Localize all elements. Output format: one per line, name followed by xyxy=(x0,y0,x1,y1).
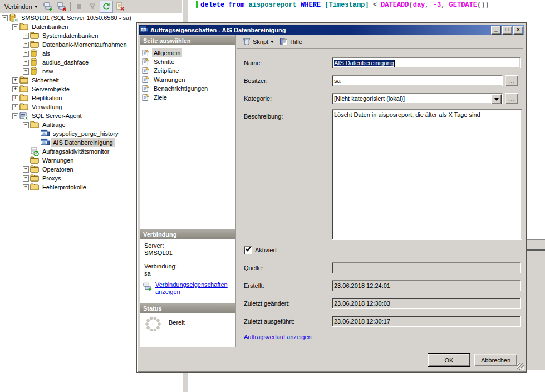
expand-icon[interactable]: + xyxy=(23,68,29,75)
owner-browse-button[interactable]: ... xyxy=(505,75,518,86)
nav-item-allgemein[interactable]: Allgemein xyxy=(140,48,235,57)
close-button[interactable]: × xyxy=(513,26,523,35)
sql-token: ( xyxy=(409,1,413,9)
delete-script-icon[interactable] xyxy=(114,1,126,12)
collapse-icon[interactable]: − xyxy=(12,24,18,30)
nav-item-benachrichtigungen[interactable]: Benachrichtigungen xyxy=(140,84,235,93)
agent-icon xyxy=(19,111,29,120)
help-button-label: Hilfe xyxy=(290,38,302,45)
collapse-icon[interactable]: − xyxy=(2,15,8,21)
nav-item-warnungen[interactable]: Warnungen xyxy=(140,75,235,84)
executed-label: Zuletzt ausgeführt: xyxy=(244,318,294,325)
category-selected-value: [Nicht kategorisiert (lokal)] xyxy=(334,95,405,102)
combo-dropdown-button[interactable] xyxy=(491,94,502,104)
connection-properties-link[interactable]: Verbindungseigenschaften anzeigen xyxy=(155,281,232,296)
minimize-button[interactable]: _ xyxy=(491,26,501,35)
dialog-toolbar: Skript Hilfe xyxy=(237,35,523,49)
script-button[interactable]: Skript xyxy=(240,37,276,47)
sql-token: , xyxy=(441,1,449,9)
object-explorer-toolbar: Verbinden xyxy=(0,0,182,13)
job-history-link[interactable]: Auftragsverlauf anzeigen xyxy=(244,334,312,340)
sql-token: < xyxy=(373,1,381,9)
job-properties-dialog: Auftragseigenschaften - AIS Datenbereini… xyxy=(136,22,527,373)
refresh-icon[interactable] xyxy=(100,1,113,13)
owner-label: Besitzer: xyxy=(244,77,268,84)
nav-item-label: Ziele xyxy=(152,93,169,102)
folder-icon xyxy=(19,22,29,31)
category-browse-button[interactable]: ... xyxy=(505,93,518,104)
expand-icon[interactable]: + xyxy=(12,86,18,92)
help-book-icon xyxy=(279,37,288,46)
sql-token: delete from xyxy=(200,1,248,9)
resize-grip[interactable] xyxy=(517,363,524,370)
tree-item-label: syspolicy_purge_history xyxy=(51,129,120,138)
tree-item-label: Warnungen xyxy=(41,156,75,165)
change-tracking-bar xyxy=(196,1,198,8)
sql-token: DATEADD xyxy=(381,1,409,9)
expand-icon[interactable]: + xyxy=(12,104,18,110)
expand-icon[interactable]: + xyxy=(12,95,18,101)
folder-icon xyxy=(30,174,40,183)
name-input-selected-text: AIS Datenbereinigung xyxy=(334,60,394,66)
folder-icon xyxy=(30,40,40,49)
nav-item-label: Allgemein xyxy=(152,48,182,57)
source-label: Quelle: xyxy=(244,264,263,271)
sql-token: aisposreport xyxy=(248,1,301,9)
text-caret xyxy=(394,60,395,67)
tree-item-smsql01-sql-server-10-50-6560-sa[interactable]: −SMSQL01 (SQL Server 10.50.6560 - sa) xyxy=(0,13,181,22)
background-panel-border xyxy=(526,249,545,251)
filter-icon xyxy=(86,1,99,12)
tree-item-label: Proxys xyxy=(41,174,63,183)
created-label: Erstellt: xyxy=(244,282,264,289)
background-panel xyxy=(526,240,545,370)
folder-icon xyxy=(19,94,29,102)
expand-icon[interactable]: + xyxy=(23,42,29,48)
database-icon xyxy=(30,67,40,76)
category-select[interactable]: [Nicht kategorisiert (lokal)] xyxy=(332,93,503,104)
dialog-titlebar[interactable]: Auftragseigenschaften - AIS Datenbereini… xyxy=(139,24,524,35)
tree-item-label: Serverobjekte xyxy=(30,85,71,94)
chevron-down-icon xyxy=(271,41,274,43)
nav-item-ziele[interactable]: Ziele xyxy=(140,93,235,102)
expand-icon[interactable]: + xyxy=(12,77,18,84)
chevron-down-icon xyxy=(35,6,38,8)
name-label: Name: xyxy=(244,60,262,66)
folder-icon xyxy=(19,85,29,94)
description-label: Beschreibung: xyxy=(244,113,283,120)
database-icon xyxy=(30,58,40,67)
tree-item-label: Datenbanken xyxy=(30,22,70,31)
server-icon xyxy=(9,13,18,22)
enabled-checkbox[interactable] xyxy=(244,246,252,254)
check-icon xyxy=(245,246,251,252)
description-textarea[interactable]: Löscht Daten in aisposreport, die älter … xyxy=(332,109,522,240)
tree-item-label: Datenbank-Momentaufnahmen xyxy=(41,40,129,49)
collapse-icon[interactable]: − xyxy=(23,122,29,128)
collapse-icon[interactable]: − xyxy=(12,113,18,119)
owner-input[interactable]: sa xyxy=(332,75,503,86)
help-button[interactable]: Hilfe xyxy=(278,36,304,47)
nav-item-zeitpläne[interactable]: Zeitpläne xyxy=(140,66,235,75)
expand-icon[interactable]: + xyxy=(23,175,29,182)
stop-icon xyxy=(73,1,85,12)
maximize-button[interactable]: □ xyxy=(502,26,512,35)
cancel-button[interactable]: Abbrechen xyxy=(474,354,517,366)
connect-icon[interactable] xyxy=(42,1,55,12)
sql-token: ()) xyxy=(477,1,489,9)
script-button-label: Skript xyxy=(253,38,268,45)
expand-icon[interactable]: + xyxy=(23,33,29,39)
expand-icon[interactable]: + xyxy=(23,166,29,173)
connect-dropdown-button[interactable]: Verbinden xyxy=(2,2,40,11)
page-icon xyxy=(142,66,151,75)
nav-item-schritte[interactable]: Schritte xyxy=(140,57,235,66)
tree-item-label: nsw xyxy=(41,67,55,76)
category-label: Kategorie: xyxy=(244,95,272,102)
name-input[interactable]: AIS Datenbereinigung xyxy=(332,57,521,68)
expand-icon[interactable]: + xyxy=(23,51,29,57)
expand-icon[interactable]: + xyxy=(23,184,29,190)
connect-dropdown-label: Verbinden xyxy=(4,3,32,10)
ok-button[interactable]: OK xyxy=(428,354,470,366)
disconnect-icon[interactable] xyxy=(56,1,68,12)
tree-item-label: Fehlerprotokolle xyxy=(41,183,88,192)
enabled-label: Aktiviert xyxy=(255,247,277,253)
expand-icon[interactable]: + xyxy=(23,60,29,66)
